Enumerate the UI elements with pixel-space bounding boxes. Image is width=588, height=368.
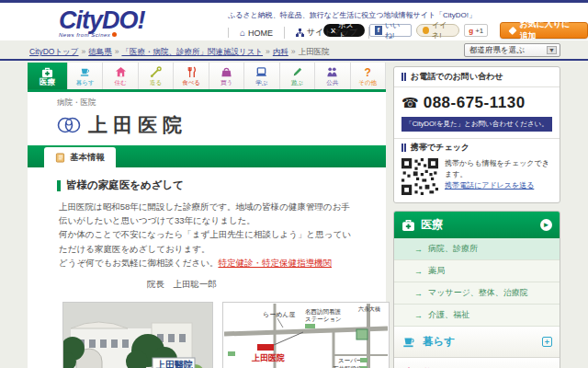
tag-icon <box>509 26 517 34</box>
category-tabbar: 医療 暮らす 住む 造る 食べる 買う 学ぶ 遊ぶ <box>28 63 386 92</box>
mobile-text: 携帯からも情報をチェックできます。 携帯電話にアドレスを送る <box>445 158 552 195</box>
logo-text: CityDO! <box>59 8 178 32</box>
page-title: 上田医院 <box>88 112 187 138</box>
sitemap-icon <box>296 29 304 37</box>
facebook-like-button[interactable]: fいいね! <box>369 24 412 37</box>
laptop-icon <box>255 66 267 78</box>
qr-code <box>401 158 438 195</box>
submenu-care[interactable]: → 介護、福祉 <box>394 305 560 327</box>
site-header: CityDO! News from Scinex ふるさと納税、特産品、旅行など… <box>0 3 588 40</box>
cup-icon <box>401 335 416 350</box>
breadcrumb-pref[interactable]: 徳島県 <box>88 47 112 56</box>
expand-button[interactable]: ► <box>540 219 552 231</box>
map-nurse-label-2: ステーション <box>305 316 342 322</box>
menu-sumu[interactable]: 住む + <box>394 358 560 368</box>
facebook-icon: f <box>375 26 382 35</box>
citydo-note-badge: 「CityDO!を見た」とお問い合わせください。 <box>401 117 552 132</box>
info-tabbar: 基本情報 <box>28 145 386 167</box>
director-name: 院長 上田聡一郎 <box>147 279 386 291</box>
access-map: 上田医院 らーめん屋 名西訪問看護 ステーション 六条大橋 スーパー 石井町役場… <box>222 302 390 368</box>
tab-sonota[interactable]: ? その他 <box>351 63 386 89</box>
description-text: 上田医院は昭和58年に開設した診療所です。地域の皆様の健康管理のお手伝いがしたい… <box>59 200 355 270</box>
map-ramen-label: らーめん屋 <box>263 311 296 318</box>
submenu-pharmacy[interactable]: → 薬局 <box>394 260 560 282</box>
fork-knife-icon <box>186 66 198 78</box>
section-heading: 皆様の家庭医をめざして <box>57 178 386 192</box>
arrow-icon: → <box>414 289 423 298</box>
book-icon <box>55 153 65 163</box>
site-tagline: ふるさと納税、特産品、旅行など生活に役立つ地域情報サイト「CityDO!」 <box>228 10 476 20</box>
first-aid-icon <box>401 218 415 232</box>
google-plus-one-button[interactable]: g+1 <box>464 24 488 37</box>
kenshin-link[interactable]: 特定健診・特定保健指導機関 <box>218 258 332 268</box>
contact-heading: お電話でのお問い合わせ <box>394 67 560 87</box>
section-bars-icon <box>401 144 406 152</box>
question-icon: ? <box>365 67 371 78</box>
prefecture-select[interactable]: 都道府県を選ぶ ▼ <box>464 43 560 57</box>
tab-basic-info[interactable]: 基本情報 <box>44 147 116 167</box>
menu-kurasu[interactable]: 暮らす + <box>394 327 560 358</box>
paragraph: 上田医院は昭和58年に開設した診療所です。地域の皆様の健康管理のお手伝いがしたい… <box>59 200 355 227</box>
chevron-down-icon: ▼ <box>547 46 557 54</box>
house-icon <box>115 66 127 78</box>
google-icon: g <box>469 27 473 35</box>
map-clinic-label: 上田医院 <box>251 353 285 362</box>
breadcrumb-list[interactable]: 「医療・病院、診療所」関連施設リスト <box>121 47 263 56</box>
handbag-icon <box>220 66 232 78</box>
arrow-icon: → <box>414 311 423 320</box>
paragraph: 何か体のことで不安になったら「まず上田先生に相談しよう」と思っていただける家庭医… <box>59 227 355 255</box>
nav-sitemap[interactable]: サイトマップ <box>284 27 369 39</box>
cup-icon <box>79 66 91 78</box>
tab-kokyo[interactable]: 公共 <box>315 63 350 89</box>
submenu-massage[interactable]: → マッサージ、整体、治療院 <box>394 282 560 305</box>
mobile-heading: 携帯でチェック <box>394 138 560 156</box>
submenu-hospitals[interactable]: → 病院、診療所 <box>394 238 560 260</box>
tab-medical[interactable]: 医療 <box>28 63 68 89</box>
arrow-icon: → <box>414 267 423 276</box>
sidebar: お電話でのお問い合わせ ☎ 088-675-1130 「CityDO!を見た」と… <box>393 66 560 368</box>
tab-manabu[interactable]: 学ぶ <box>244 63 279 89</box>
logo-dot-icon <box>112 32 117 37</box>
header-nav: ⌂HOME サイトマップ <box>228 27 369 39</box>
tab-tsukuru[interactable]: 造る <box>139 63 174 89</box>
category-label: 病院・医院 <box>57 98 386 109</box>
breadcrumb-naika[interactable]: 内科 <box>273 47 288 56</box>
breadcrumb: CityDOトップ»徳島県»「医療・病院、診療所」関連施設リスト»内科»上田医院 <box>29 47 330 58</box>
tab-kurasu[interactable]: 暮らす <box>68 63 103 89</box>
mixi-icon <box>423 27 429 34</box>
paragraph: どうぞ何でもお気軽に御相談ください。特定健診・特定保健指導機関 <box>59 256 355 270</box>
add-favorite-button[interactable]: お気に入りに追加 <box>500 22 588 39</box>
pencil-icon <box>291 66 303 78</box>
phone-number: 088-675-1130 <box>424 94 526 112</box>
photo-sign-text: 上田醫院 <box>155 360 193 368</box>
contact-box: お電話でのお問い合わせ ☎ 088-675-1130 「CityDO!を見た」と… <box>393 66 560 203</box>
map-super-label: スーパー <box>338 357 362 363</box>
map-bridge-label: 六条大橋 <box>358 305 380 312</box>
section-bars-icon <box>401 73 406 81</box>
arrow-icon: → <box>414 245 423 254</box>
tab-sumu[interactable]: 住む <box>103 63 138 89</box>
heading-bar-icon <box>57 180 61 191</box>
map-nurse-label-1: 名西訪問看護 <box>305 308 342 316</box>
people-icon <box>326 66 338 78</box>
clinic-icon <box>57 115 81 135</box>
clinic-photo: 上田醫院 <box>62 302 213 368</box>
category-menu: 医療 ► → 病院、診療所 → 薬局 → マッサージ、整体、治療院 → 介護、福… <box>393 211 560 368</box>
nav-home[interactable]: ⌂HOME <box>228 28 284 38</box>
tab-taberu[interactable]: 食べる <box>174 63 209 89</box>
phone-icon: ☎ <box>401 95 419 111</box>
tab-kau[interactable]: 買う <box>209 63 244 89</box>
breadcrumb-current: 上田医院 <box>299 47 330 56</box>
tab-asobu[interactable]: 遊ぶ <box>280 63 315 89</box>
send-address-link[interactable]: 携帯電話にアドレスを送る <box>445 181 534 190</box>
content-panel: 病院・医院 上田医院 基本情報 皆様の家庭医をめざして 上田医院は昭和58年に開… <box>28 92 386 368</box>
mixi-iine-button[interactable]: イイネ! <box>416 24 459 37</box>
citydo-logo[interactable]: CityDO! News from Scinex <box>59 8 178 38</box>
expand-button[interactable]: + <box>542 337 552 347</box>
breadcrumb-top[interactable]: CityDOトップ <box>29 47 79 56</box>
menu-medical[interactable]: 医療 ► <box>394 212 560 238</box>
wrench-icon <box>150 66 162 78</box>
home-icon: ⌂ <box>240 28 245 38</box>
divider <box>0 59 588 61</box>
